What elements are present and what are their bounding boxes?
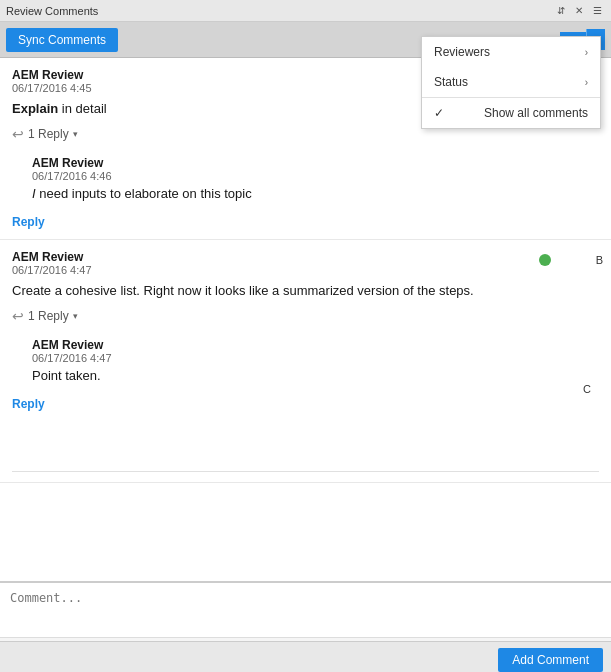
label-c: C	[583, 383, 591, 395]
dropdown-menu: Reviewers › Status › ✓ Show all comments	[421, 36, 601, 129]
reply-icon-2: ↩	[12, 308, 24, 324]
comment-text-2: Create a cohesive list. Right now it loo…	[12, 282, 599, 300]
reviewers-chevron: ›	[585, 47, 588, 58]
comment-author-2: AEM Review	[12, 250, 599, 264]
resize-icon[interactable]: ⇵	[554, 5, 568, 16]
reply-text-1: I need inputs to elaborate on this topic	[32, 186, 599, 201]
label-b: B	[596, 254, 603, 266]
comment-date-2: 06/17/2016 4:47	[12, 264, 599, 276]
replies-toggle-2[interactable]: ↩ 1 Reply ▾	[12, 308, 599, 324]
reply-date-2: 06/17/2016 4:47	[32, 352, 599, 364]
reply-author-2: AEM Review	[32, 338, 599, 352]
reply-link-2[interactable]: Reply	[12, 397, 45, 411]
check-mark: ✓	[434, 106, 444, 120]
comment-block-2: B AEM Review 06/17/2016 4:47 Create a co…	[0, 240, 611, 483]
dropdown-item-status[interactable]: Status ›	[422, 67, 600, 97]
replies-chevron-1: ▾	[73, 129, 78, 139]
close-icon[interactable]: ✕	[572, 5, 586, 16]
menu-icon[interactable]: ☰	[590, 5, 605, 16]
reply-italic-1: I	[32, 186, 36, 201]
reply-text-2: Point taken.	[32, 368, 599, 383]
content-area[interactable]: AEM Review 06/17/2016 4:45 Explain in de…	[0, 58, 611, 582]
reply-block-1: AEM Review 06/17/2016 4:46 I need inputs…	[32, 150, 599, 207]
label-c-wrapper: Reply C	[12, 389, 599, 411]
status-label: Status	[434, 75, 468, 89]
reply-date-1: 06/17/2016 4:46	[32, 170, 599, 182]
comment-toolbar: Add Comment	[0, 641, 611, 672]
title-text: Review Comments	[6, 5, 98, 17]
comment-text-bold-1: Explain	[12, 101, 58, 116]
sync-button[interactable]: Sync Comments	[6, 28, 118, 52]
reply-link-1[interactable]: Reply	[12, 215, 45, 229]
reviewers-label: Reviewers	[434, 45, 490, 59]
reply-block-2: AEM Review 06/17/2016 4:47 Point taken.	[32, 332, 599, 389]
reply-icon-1: ↩	[12, 126, 24, 142]
status-chevron: ›	[585, 77, 588, 88]
dropdown-item-show-all[interactable]: ✓ Show all comments	[422, 98, 600, 128]
dropdown-item-reviewers[interactable]: Reviewers ›	[422, 37, 600, 67]
replies-count-1: 1 Reply	[28, 127, 69, 141]
title-bar-left: Review Comments	[6, 5, 98, 17]
title-bar-controls[interactable]: ⇵ ✕ ☰	[554, 5, 605, 16]
comment-input[interactable]	[0, 583, 611, 638]
replies-chevron-2: ▾	[73, 311, 78, 321]
show-all-label: Show all comments	[484, 106, 588, 120]
replies-count-2: 1 Reply	[28, 309, 69, 323]
comment-input-area: Add Comment	[0, 582, 611, 672]
add-comment-button[interactable]: Add Comment	[498, 648, 603, 672]
reply-author-1: AEM Review	[32, 156, 599, 170]
title-bar: Review Comments ⇵ ✕ ☰	[0, 0, 611, 22]
